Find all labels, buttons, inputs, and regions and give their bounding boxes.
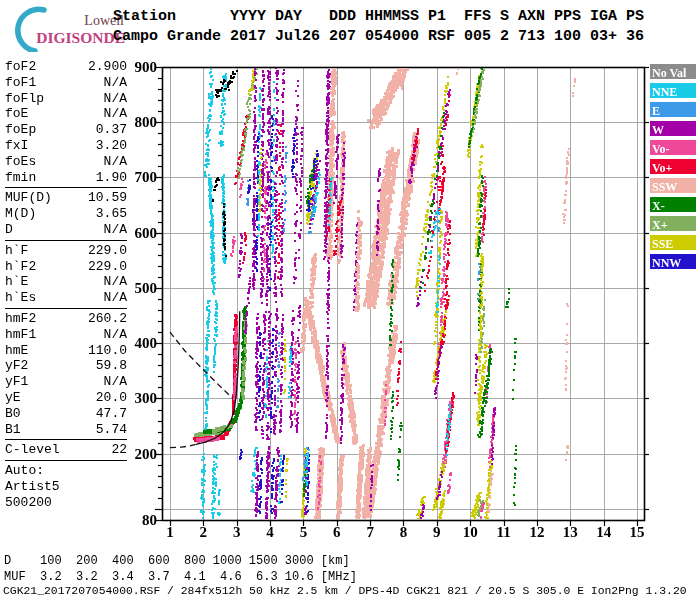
y-axis-tick-label: 300 <box>119 390 157 406</box>
parameter-label: foEs <box>5 154 36 170</box>
parameter-row: B15.74 <box>5 422 127 438</box>
parameter-label: 500200 <box>5 495 52 511</box>
parameter-row: foF22.900 <box>5 59 127 75</box>
parameter-row: h`F2229.0 <box>5 259 127 275</box>
parameter-label: foF1 <box>5 75 36 91</box>
parameter-row: fmin1.90 <box>5 170 127 186</box>
parameter-label: fmin <box>5 170 36 186</box>
parameter-row: Artist5 <box>5 479 127 495</box>
x-axis-tick-label: 7 <box>357 524 383 540</box>
x-axis-tick-label: 10 <box>457 524 483 540</box>
parameter-row: h`EsN/A <box>5 290 127 306</box>
legend-label: SSE <box>650 237 673 251</box>
legend-item: Vo+ <box>650 159 696 174</box>
y-axis-tick-label: 800 <box>119 114 157 130</box>
parameter-row: Auto: <box>5 463 127 479</box>
legend-item: Vo- <box>650 140 696 155</box>
parameter-value: N/A <box>104 154 127 170</box>
parameter-row: MUF(D)10.59 <box>5 190 127 206</box>
parameter-label: foE <box>5 106 28 122</box>
parameter-label: B1 <box>5 422 21 438</box>
y-axis-tick-label: 600 <box>119 225 157 241</box>
parameter-label: Auto: <box>5 463 44 479</box>
x-axis-tick-label: 8 <box>390 524 416 540</box>
parameter-value: N/A <box>104 91 127 107</box>
y-axis-tick-label: 700 <box>119 169 157 185</box>
legend-label: Vo+ <box>650 161 672 175</box>
x-axis-tick-label: 9 <box>424 524 450 540</box>
parameter-row: foEN/A <box>5 106 127 122</box>
parameter-value: 229.0 <box>88 243 127 259</box>
parameter-label: hmE <box>5 343 28 359</box>
parameter-value: 47.7 <box>96 406 127 422</box>
x-axis-tick-label: 1 <box>157 524 183 540</box>
legend-label: NNW <box>650 256 681 270</box>
parameter-label: foFlp <box>5 91 44 107</box>
y-axis-tick-label: 500 <box>119 280 157 296</box>
parameter-row: foEsN/A <box>5 154 127 170</box>
parameter-label: yE <box>5 390 21 406</box>
parameter-label: fxI <box>5 138 28 154</box>
parameter-row: foF1N/A <box>5 75 127 91</box>
parameter-row: foFlpN/A <box>5 91 127 107</box>
d-muf-table: D 100 200 400 600 800 1000 1500 3000 [km… <box>4 554 357 585</box>
parameter-label: hmF2 <box>5 311 36 327</box>
legend-label: X+ <box>650 218 668 232</box>
legend-label: X- <box>650 199 665 213</box>
legend-label: E <box>650 104 660 118</box>
x-axis-tick-label: 11 <box>491 524 517 540</box>
parameter-row: yE20.0 <box>5 390 127 406</box>
parameter-value: 10.59 <box>88 190 127 206</box>
parameter-row: yF1N/A <box>5 374 127 390</box>
parameter-label: MUF(D) <box>5 190 52 206</box>
parameter-row: hmE110.0 <box>5 343 127 359</box>
parameter-row: foEp0.37 <box>5 122 127 138</box>
parameter-label: C-level <box>5 442 60 458</box>
legend-label: W <box>650 123 664 137</box>
x-axis-tick-label: 12 <box>524 524 550 540</box>
parameter-value: 3.65 <box>96 206 127 222</box>
panel-divider <box>5 187 127 188</box>
legend-label: NNE <box>650 85 677 99</box>
parameter-value: 229.0 <box>88 259 127 275</box>
legend-label: Vo- <box>650 142 670 156</box>
x-axis-tick-label: 13 <box>557 524 583 540</box>
y-axis-tick-label: 80 <box>119 512 157 528</box>
legend-item: W <box>650 121 696 136</box>
legend-item: X+ <box>650 216 696 231</box>
parameter-row: DN/A <box>5 222 127 238</box>
parameter-value: N/A <box>104 75 127 91</box>
parameter-label: hmF1 <box>5 327 36 343</box>
parameter-label: foEp <box>5 122 36 138</box>
footer-line: CGK21_2017207054000.RSF / 284fx512h 50 k… <box>3 585 687 597</box>
parameter-value: 3.20 <box>96 138 127 154</box>
legend-item: NNE <box>650 83 696 98</box>
legend-item: SSW <box>650 178 696 193</box>
parameter-label: foF2 <box>5 59 36 75</box>
parameter-label: Artist5 <box>5 479 60 495</box>
parameter-row: C-level22 <box>5 442 127 458</box>
x-axis-tick-label: 15 <box>624 524 650 540</box>
parameter-label: D <box>5 222 13 238</box>
legend-label: No Val <box>650 66 686 80</box>
parameter-row: h`F229.0 <box>5 243 127 259</box>
panel-divider <box>5 240 127 241</box>
legend-item: SSE <box>650 235 696 250</box>
parameter-value: 59.8 <box>96 358 127 374</box>
parameter-panel: foF22.900foF1N/AfoFlpN/AfoEN/AfoEp0.37fx… <box>5 59 127 511</box>
parameter-label: B0 <box>5 406 21 422</box>
parameter-row: h`EN/A <box>5 274 127 290</box>
parameter-row: yF259.8 <box>5 358 127 374</box>
digisonde-ionogram-screen: Lowell DIGISONDE Station YYYY DAY DDD HH… <box>0 0 700 600</box>
parameter-label: h`F <box>5 243 28 259</box>
legend-item: NNW <box>650 254 696 269</box>
parameter-row: hmF2260.2 <box>5 311 127 327</box>
x-axis-tick-label: 5 <box>290 524 316 540</box>
x-axis-tick-label: 3 <box>224 524 250 540</box>
panel-divider <box>5 439 127 440</box>
parameter-row: hmF1N/A <box>5 327 127 343</box>
parameter-value: 260.2 <box>88 311 127 327</box>
x-axis-tick-label: 2 <box>190 524 216 540</box>
y-axis-tick-label: 900 <box>119 59 157 75</box>
parameter-label: h`F2 <box>5 259 36 275</box>
